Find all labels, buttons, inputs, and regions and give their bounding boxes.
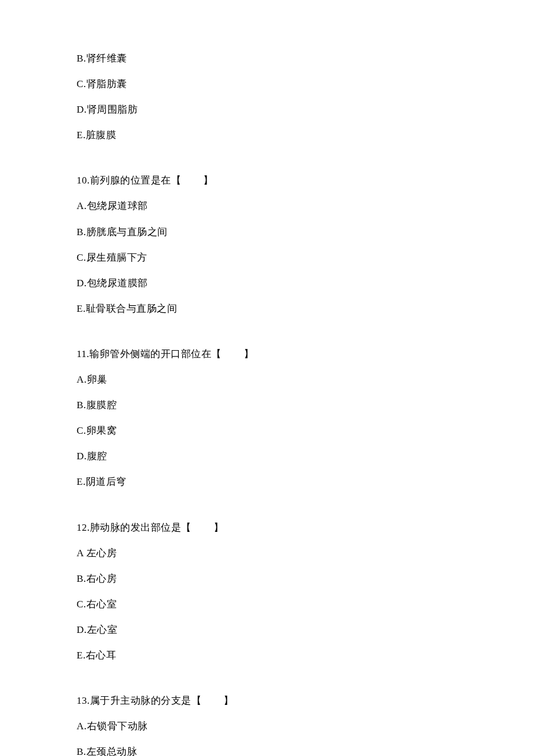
option-d: D.左心室 — [77, 624, 534, 636]
option-a: A.包绕尿道球部 — [77, 200, 534, 213]
option-c: C.尿生殖膈下方 — [77, 251, 534, 264]
bracket-close: 】 — [203, 174, 214, 187]
option-c: C.右心室 — [77, 598, 534, 611]
question-12: 12.肺动脉的发出部位是【】 A 左心房 B.右心房 C.右心室 D.左心室 E… — [77, 521, 534, 663]
option-c: C.肾脂肪囊 — [77, 78, 534, 91]
option-e: E.阴道后穹 — [77, 476, 534, 488]
option-e: E.耻骨联合与直肠之间 — [77, 303, 534, 315]
option-b: B.右心房 — [77, 573, 534, 585]
bracket-close: 】 — [214, 521, 224, 534]
option-b: B.肾纤维囊 — [77, 52, 534, 65]
question-stem: 11.输卵管外侧端的开口部位在【】 — [77, 348, 534, 361]
option-b: B.腹膜腔 — [77, 399, 534, 412]
bracket-close: 】 — [223, 694, 234, 707]
bracket-open: 【 — [192, 694, 202, 707]
question-stem: 10.前列腺的位置是在【】 — [77, 174, 534, 187]
option-b: B.膀胱底与直肠之间 — [77, 226, 534, 239]
option-b: B.左颈总动脉 — [77, 746, 534, 756]
option-e: E.脏腹膜 — [77, 129, 534, 142]
question-stem: 13.属于升主动脉的分支是【】 — [77, 694, 534, 707]
stem-text: 12.肺动脉的发出部位是 — [77, 522, 181, 533]
option-d: D.包绕尿道膜部 — [77, 277, 534, 290]
option-a: A.右锁骨下动脉 — [77, 720, 534, 733]
question-stem: 12.肺动脉的发出部位是【】 — [77, 521, 534, 534]
bracket-open: 【 — [171, 174, 182, 187]
stem-text: 13.属于升主动脉的分支是 — [77, 695, 192, 706]
option-a: A 左心房 — [77, 547, 534, 560]
option-c: C.卵果窝 — [77, 424, 534, 437]
stem-text: 11.输卵管外侧端的开口部位在 — [77, 348, 211, 359]
option-e: E.右心耳 — [77, 649, 534, 662]
bracket-open: 【 — [211, 348, 222, 361]
option-d: D.腹腔 — [77, 450, 534, 463]
question-10: 10.前列腺的位置是在【】 A.包绕尿道球部 B.膀胱底与直肠之间 C.尿生殖膈… — [77, 174, 534, 315]
stem-text: 10.前列腺的位置是在 — [77, 175, 171, 186]
orphan-options-block: B.肾纤维囊 C.肾脂肪囊 D.肾周围脂肪 E.脏腹膜 — [77, 52, 534, 142]
option-d: D.肾周围脂肪 — [77, 103, 534, 116]
option-a: A.卵巢 — [77, 373, 534, 386]
question-11: 11.输卵管外侧端的开口部位在【】 A.卵巢 B.腹膜腔 C.卵果窝 D.腹腔 … — [77, 348, 534, 489]
bracket-close: 】 — [244, 348, 254, 361]
bracket-open: 【 — [181, 521, 192, 534]
question-13: 13.属于升主动脉的分支是【】 A.右锁骨下动脉 B.左颈总动脉 C.右颈总动脉… — [77, 694, 534, 756]
